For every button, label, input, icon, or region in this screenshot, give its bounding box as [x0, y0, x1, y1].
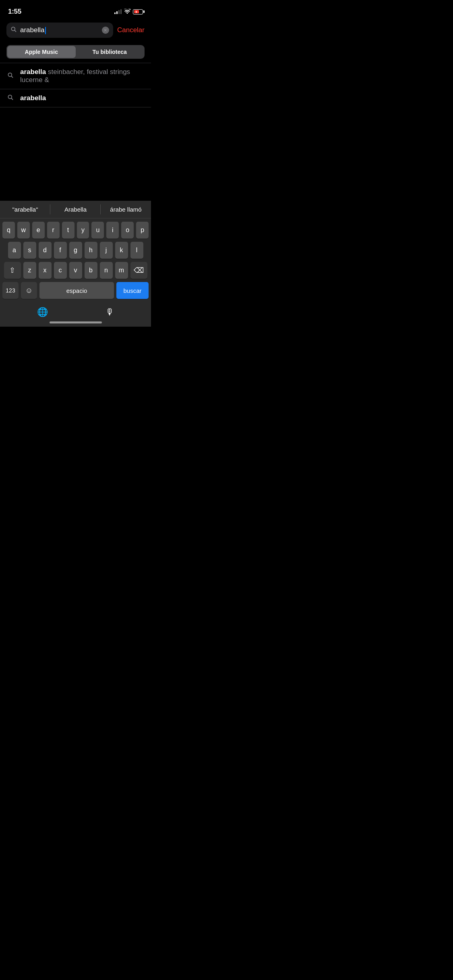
key-j[interactable]: j: [100, 242, 113, 259]
key-d[interactable]: d: [39, 242, 52, 259]
key-u[interactable]: u: [91, 222, 104, 239]
suggestion-item-2[interactable]: arabella: [0, 89, 151, 107]
search-suggestion-icon-2: [6, 94, 14, 102]
key-h[interactable]: h: [85, 242, 97, 259]
key-n[interactable]: n: [100, 262, 113, 279]
bottom-bar: 🌐 🎙: [0, 304, 151, 319]
key-row-4: 123 ☺ espacio buscar: [2, 282, 149, 299]
autocomplete-quoted[interactable]: "arabella": [0, 201, 50, 218]
status-time: 1:55: [8, 8, 21, 16]
key-r[interactable]: r: [47, 222, 60, 239]
shift-key[interactable]: ⇧: [4, 262, 21, 279]
key-f[interactable]: f: [54, 242, 67, 259]
search-suggestion-icon: [6, 72, 14, 80]
suggestion-text-2: arabella: [20, 94, 145, 102]
key-v[interactable]: v: [69, 262, 82, 279]
key-b[interactable]: b: [85, 262, 97, 279]
search-key[interactable]: buscar: [116, 282, 149, 299]
key-k[interactable]: k: [115, 242, 128, 259]
key-m[interactable]: m: [115, 262, 128, 279]
signal-icon: [114, 9, 122, 14]
key-a[interactable]: a: [8, 242, 21, 259]
segment-tu-biblioteca[interactable]: Tu biblioteca: [76, 46, 144, 58]
segment-apple-music[interactable]: Apple Music: [7, 46, 76, 58]
segment-control: Apple Music Tu biblioteca: [6, 45, 145, 59]
space-key[interactable]: espacio: [39, 282, 114, 299]
emoji-key[interactable]: ☺: [21, 282, 37, 299]
key-row-3: ⇧ z x c v b n m ⌫: [2, 262, 149, 279]
key-row-1: q w e r t y u i o p: [2, 222, 149, 239]
search-input[interactable]: arabella: [20, 26, 99, 34]
key-c[interactable]: c: [54, 262, 67, 279]
key-w[interactable]: w: [17, 222, 30, 239]
suggestion-text-1: arabella steinbacher, festival strings l…: [20, 68, 145, 84]
key-i[interactable]: i: [106, 222, 119, 239]
key-l[interactable]: l: [130, 242, 143, 259]
search-area: arabella ✕ Cancelar: [0, 18, 151, 42]
battery-level: 9: [134, 10, 139, 13]
clear-button[interactable]: ✕: [102, 27, 109, 34]
home-indicator: [0, 319, 151, 327]
status-icons: 9: [114, 8, 143, 15]
key-q[interactable]: q: [2, 222, 15, 239]
keyboard-rows: q w e r t y u i o p a s d f g h j k l ⇧ …: [0, 218, 151, 304]
search-icon: [10, 26, 17, 34]
key-row-2: a s d f g h j k l: [2, 242, 149, 259]
mic-icon[interactable]: 🎙: [105, 307, 114, 317]
autocomplete-arabella[interactable]: Arabella: [50, 201, 101, 218]
key-e[interactable]: e: [32, 222, 45, 239]
key-y[interactable]: y: [77, 222, 89, 239]
key-s[interactable]: s: [23, 242, 36, 259]
key-o[interactable]: o: [121, 222, 134, 239]
key-x[interactable]: x: [39, 262, 52, 279]
autocomplete-arabe[interactable]: árabe llamó: [101, 201, 151, 218]
search-row: arabella ✕ Cancelar: [6, 23, 145, 38]
wifi-icon: [124, 8, 130, 15]
suggestion-item[interactable]: arabella steinbacher, festival strings l…: [0, 63, 151, 89]
keyboard-area: "arabella" Arabella árabe llamó q w e r …: [0, 201, 151, 327]
key-t[interactable]: t: [62, 222, 74, 239]
status-bar: 1:55 9: [0, 0, 151, 18]
search-bar[interactable]: arabella ✕: [6, 23, 113, 38]
key-g[interactable]: g: [69, 242, 82, 259]
autocomplete-bar: "arabella" Arabella árabe llamó: [0, 201, 151, 218]
key-p[interactable]: p: [136, 222, 149, 239]
home-bar: [50, 321, 102, 323]
delete-key[interactable]: ⌫: [130, 262, 147, 279]
key-z[interactable]: z: [23, 262, 36, 279]
num-key[interactable]: 123: [2, 282, 19, 299]
globe-icon[interactable]: 🌐: [37, 307, 48, 317]
battery-icon: 9: [133, 9, 143, 14]
cancel-button[interactable]: Cancelar: [117, 26, 145, 34]
